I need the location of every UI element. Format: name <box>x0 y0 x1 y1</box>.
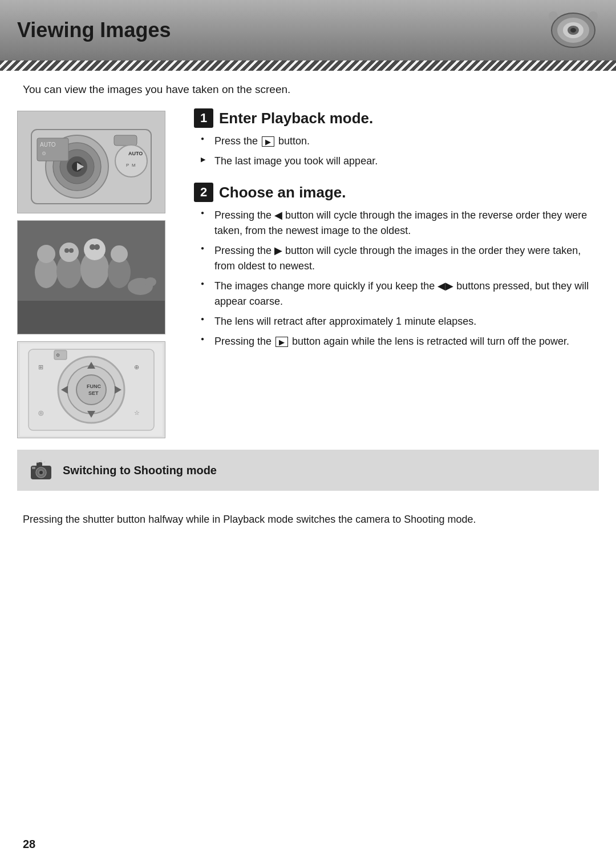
tip-box: Switching to Shooting mode <box>17 450 599 491</box>
camera-top-svg: AUTO P M AUTO ⚙ <box>20 112 163 212</box>
step-2-header: 2 Choose an image. <box>194 183 599 202</box>
step-2-bullet-4: The lens will retract after approximatel… <box>198 314 599 329</box>
step-2-number: 2 <box>194 183 213 202</box>
svg-text:AUTO: AUTO <box>40 142 56 148</box>
step-2-bullet-3-text: The images change more quickly if you ke… <box>214 280 589 307</box>
intro-text: You can view the images you have taken o… <box>0 71 616 105</box>
step-1-bullet-1-text: Press the ▶ button. <box>214 135 310 147</box>
svg-text:SET: SET <box>88 390 99 396</box>
step-2: 2 Choose an image. Pressing the ◀ button… <box>194 183 599 349</box>
stripes-divider <box>0 60 616 71</box>
step-1-bullet-1: Press the ▶ button. <box>198 134 599 149</box>
svg-point-30 <box>84 239 106 260</box>
step-2-bullet-2-text: Pressing the ▶ button will cycle through… <box>214 245 581 272</box>
step-1-bullet-2: The last image you took will appear. <box>198 154 599 169</box>
step-1-title: Enter Playback mode. <box>219 110 373 127</box>
step-1-header: 1 Enter Playback mode. <box>194 108 599 128</box>
content-area: AUTO P M AUTO ⚙ <box>0 105 616 438</box>
svg-rect-61 <box>32 467 35 469</box>
tip-body: Pressing the shutter button halfway whil… <box>0 502 616 537</box>
svg-point-5 <box>549 11 558 21</box>
camera-top-image: AUTO P M AUTO ⚙ <box>17 111 165 213</box>
svg-rect-60 <box>37 462 42 467</box>
step-2-title: Choose an image. <box>219 184 346 201</box>
svg-point-6 <box>589 11 598 21</box>
page-number: 28 <box>23 838 35 851</box>
svg-text:◎: ◎ <box>38 409 44 416</box>
svg-point-15 <box>115 145 147 177</box>
step-2-bullets: Pressing the ◀ button will cycle through… <box>194 208 599 349</box>
svg-text:P: P <box>126 163 129 168</box>
step-2-bullet-4-text: The lens will retract after approximatel… <box>214 316 476 327</box>
svg-point-35 <box>64 248 69 253</box>
header-bar: Viewing Images <box>0 0 616 60</box>
left-column: AUTO P M AUTO ⚙ <box>17 105 177 438</box>
svg-line-63 <box>44 461 45 463</box>
svg-text:☆: ☆ <box>134 409 140 416</box>
dial-svg: FUNC SET ⚙ ⊞ ⊕ ◎ <box>20 344 163 436</box>
playback-btn-icon-2: ▶ <box>275 337 288 347</box>
tip-title: Switching to Shooting mode <box>63 464 217 477</box>
page-title: Viewing Images <box>17 18 171 42</box>
group-photo-image <box>17 220 165 334</box>
page-wrapper: Viewing Images You can view the images y… <box>0 0 616 868</box>
svg-rect-24 <box>18 301 165 334</box>
shooting-mode-svg <box>29 458 54 483</box>
svg-text:⊞: ⊞ <box>38 364 43 370</box>
svg-text:AUTO: AUTO <box>128 151 143 156</box>
svg-point-32 <box>111 245 128 263</box>
svg-point-34 <box>145 277 156 286</box>
step-1-number: 1 <box>194 108 213 128</box>
right-column: 1 Enter Playback mode. Press the ▶ butto… <box>194 105 599 438</box>
camera-dial-image: FUNC SET ⚙ ⊞ ⊕ ◎ <box>17 341 165 438</box>
tip-icon <box>29 458 54 483</box>
svg-point-59 <box>39 471 43 474</box>
group-photo-svg <box>18 221 165 334</box>
svg-point-4 <box>570 28 576 33</box>
svg-rect-13 <box>114 135 137 146</box>
svg-point-26 <box>37 245 55 263</box>
step-2-bullet-5-text: Pressing the ▶ button again while the le… <box>214 336 569 347</box>
step-2-bullet-3: The images change more quickly if you ke… <box>198 278 599 309</box>
svg-point-38 <box>94 244 100 250</box>
step-2-bullet-5: Pressing the ▶ button again while the le… <box>198 334 599 349</box>
header-camera-icon <box>548 10 599 50</box>
step-2-bullet-1: Pressing the ◀ button will cycle through… <box>198 208 599 239</box>
svg-text:⚙: ⚙ <box>56 353 60 358</box>
svg-point-36 <box>69 248 74 253</box>
step-1: 1 Enter Playback mode. Press the ▶ butto… <box>194 108 599 169</box>
svg-text:FUNC: FUNC <box>87 383 101 389</box>
step-1-bullets: Press the ▶ button. The last image you t… <box>194 134 599 169</box>
step-1-bullet-2-text: The last image you took will appear. <box>214 155 378 167</box>
svg-text:M: M <box>132 163 136 168</box>
svg-text:⚙: ⚙ <box>42 151 46 156</box>
step-2-bullet-1-text: Pressing the ◀ button will cycle through… <box>214 209 587 236</box>
svg-point-43 <box>76 375 106 405</box>
svg-text:⊕: ⊕ <box>134 364 139 370</box>
svg-point-28 <box>59 243 79 262</box>
step-2-bullet-2: Pressing the ▶ button will cycle through… <box>198 243 599 274</box>
playback-btn-icon: ▶ <box>262 136 274 147</box>
